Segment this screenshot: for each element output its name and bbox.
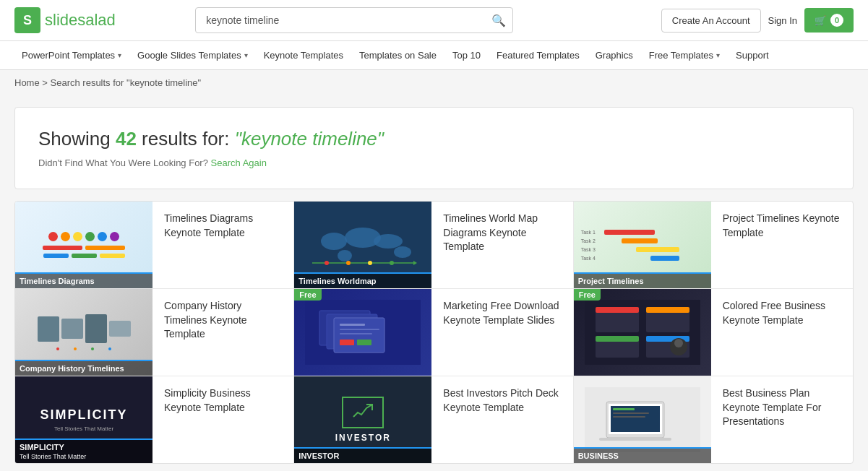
nav-item-free[interactable]: Free Templates ▾ — [642, 41, 727, 69]
nav-label-featured: Featured Templates — [497, 50, 580, 61]
not-found-text: Didn't Find What You Were Looking For? S… — [38, 157, 830, 168]
table-row[interactable]: Company History Timelines Company Histor… — [15, 289, 294, 376]
svg-rect-39 — [599, 438, 671, 441]
results-header: Showing 42 results for: "keynote timelin… — [14, 107, 854, 189]
card-info: Timelines World Map Diagrams Keynote Tem… — [431, 202, 572, 288]
card-info: Simplicity Business Keynote Template — [152, 376, 293, 463]
logo-text: slidesalad — [45, 11, 116, 30]
card-info: Colored Free Business Keynote Template — [711, 289, 853, 376]
svg-rect-18 — [340, 333, 372, 334]
nav-label-top10: Top 10 — [452, 50, 481, 61]
card-title: Simplicity Business Keynote Template — [164, 386, 282, 415]
svg-rect-37 — [613, 412, 649, 414]
results-query: "keynote timeline" — [235, 128, 384, 150]
table-row[interactable]: Task 1 Task 2 Task 3 Task 4 — [574, 202, 853, 289]
nav-item-graphics[interactable]: Graphics — [588, 41, 640, 69]
svg-rect-38 — [613, 416, 645, 418]
results-title: Showing 42 results for: "keynote timelin… — [38, 128, 830, 150]
card-title: Timelines World Map Diagrams Keynote Tem… — [443, 212, 561, 254]
svg-rect-23 — [596, 307, 639, 313]
header-actions: Create An Account Sign In 🛒 0 — [661, 8, 854, 33]
svg-point-9 — [346, 261, 351, 265]
thumb-label: BUSINESS — [574, 447, 711, 463]
search-again-link[interactable]: Search Again — [211, 157, 267, 168]
card-title: Best Investors Pitch Deck Keynote Templa… — [443, 386, 561, 415]
nav-item-powerpoint[interactable]: PowerPoint Templates ▾ — [14, 41, 129, 69]
svg-point-3 — [374, 234, 403, 249]
cart-count: 0 — [830, 14, 843, 27]
card-title: Best Business Plan Keynote Template For … — [723, 386, 841, 429]
card-info: Best Business Plan Keynote Template For … — [711, 376, 853, 463]
breadcrumb-current: Search results for "keynote timeline" — [51, 77, 202, 88]
nav-item-google-slides[interactable]: Google Slides Templates ▾ — [130, 41, 255, 69]
nav-item-featured[interactable]: Featured Templates — [489, 41, 587, 69]
thumb-label: SIMPLICITYTell Stories That Matter — [15, 438, 152, 463]
table-row[interactable]: Free — [294, 289, 573, 376]
results-prefix: Showing — [38, 128, 116, 150]
business-thumb-svg — [585, 387, 700, 452]
search-container: 🔍 — [195, 7, 513, 33]
nav-item-top10[interactable]: Top 10 — [445, 41, 488, 69]
card-title: Project Timelines Keynote Template — [723, 212, 841, 240]
card-info: Marketing Free Download Keynote Template… — [431, 289, 572, 376]
nav-item-on-sale[interactable]: Templates on Sale — [352, 41, 444, 69]
table-row[interactable]: BUSINESS Best Business Plan Keynote Temp… — [574, 376, 853, 463]
table-row[interactable]: INVESTOR INVESTOR Best Investors Pitch D… — [294, 376, 573, 463]
svg-point-31 — [674, 339, 683, 347]
nav-label-on-sale: Templates on Sale — [359, 50, 437, 61]
cart-button[interactable]: 🛒 0 — [804, 8, 854, 33]
card-thumbnail: Free — [574, 289, 711, 376]
free-badge: Free — [294, 289, 321, 301]
free-badge: Free — [574, 289, 601, 301]
sign-in-button[interactable]: Sign In — [768, 15, 797, 26]
logo[interactable]: S slidesalad — [14, 7, 116, 33]
card-info: Project Timelines Keynote Template — [711, 202, 853, 288]
table-row[interactable]: Timelines Worldmap Timelines World Map D… — [294, 202, 573, 289]
header: S slidesalad 🔍 Create An Account Sign In… — [0, 0, 868, 41]
svg-point-11 — [390, 261, 394, 265]
nav-label-support: Support — [736, 50, 769, 61]
card-info: Company History Timelines Keynote Templa… — [152, 289, 293, 376]
card-thumbnail: Timelines Worldmap — [294, 202, 431, 288]
breadcrumb-home[interactable]: Home — [14, 77, 40, 88]
chevron-down-icon: ▾ — [716, 51, 720, 59]
cart-icon: 🛒 — [815, 15, 826, 26]
nav-item-keynote[interactable]: Keynote Templates — [257, 41, 351, 69]
search-icon: 🔍 — [491, 14, 506, 27]
table-row[interactable]: Timelines Diagrams Timelines Diagrams Ke… — [15, 202, 294, 289]
svg-point-4 — [394, 246, 411, 258]
search-input[interactable] — [195, 7, 513, 33]
card-title: Company History Timelines Keynote Templa… — [164, 299, 282, 342]
results-count: 42 — [116, 128, 137, 150]
thumb-label: INVESTOR — [294, 447, 431, 463]
nav-label-google-slides: Google Slides Templates — [137, 50, 241, 61]
create-account-button[interactable]: Create An Account — [661, 9, 761, 33]
svg-point-10 — [368, 261, 372, 265]
nav-label-keynote: Keynote Templates — [264, 50, 343, 61]
nav-item-support[interactable]: Support — [729, 41, 776, 69]
chevron-down-icon: ▾ — [118, 51, 121, 59]
nav-label-free: Free Templates — [649, 50, 713, 61]
svg-point-5 — [338, 250, 352, 262]
svg-point-1 — [321, 233, 347, 250]
svg-rect-15 — [334, 318, 384, 353]
card-thumbnail: BUSINESS — [574, 376, 711, 463]
search-button[interactable]: 🔍 — [491, 14, 506, 27]
marketing-thumb-svg — [305, 300, 421, 365]
breadcrumb: Home > Search results for "keynote timel… — [0, 70, 868, 95]
card-thumbnail: Free — [294, 289, 431, 376]
chevron-down-icon: ▾ — [244, 51, 248, 59]
logo-icon: S — [14, 7, 40, 33]
thumb-label: Company History Timelines — [15, 360, 152, 376]
card-thumbnail: INVESTOR INVESTOR — [294, 376, 431, 463]
svg-rect-20 — [357, 340, 371, 345]
svg-rect-17 — [340, 329, 379, 330]
svg-rect-19 — [340, 340, 354, 345]
table-row[interactable]: SIMPLICITY Tell Stories That Matter SIMP… — [15, 376, 294, 463]
card-thumbnail: Timelines Diagrams — [15, 202, 152, 288]
main-content: Showing 42 results for: "keynote timelin… — [0, 95, 868, 471]
table-row[interactable]: Free — [574, 289, 853, 376]
svg-rect-36 — [613, 408, 635, 410]
thumb-label: Project Timelines — [574, 272, 711, 288]
card-info: Timelines Diagrams Keynote Template — [152, 202, 293, 288]
